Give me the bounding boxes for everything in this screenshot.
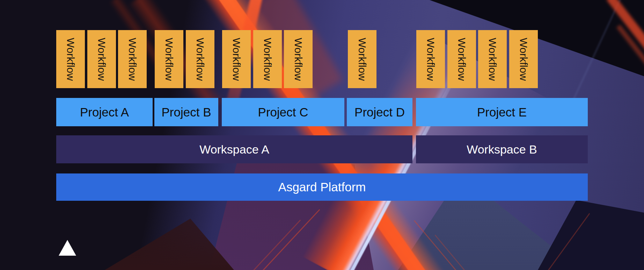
workspace-box-workspace-b: Workspace B [416, 135, 588, 163]
bg-thin-red-line [434, 235, 487, 270]
logo-triangle-icon [59, 240, 76, 256]
bg-thin-red-line [250, 209, 320, 270]
workspace-box-label: Workspace B [467, 143, 537, 156]
project-box-project-e: Project E [416, 98, 588, 126]
project-box-project-d: Project D [347, 98, 412, 126]
workflow-box: Workflow [253, 30, 282, 88]
workflow-box: Workflow [222, 30, 251, 88]
platform-label: Asgard Platform [278, 180, 366, 194]
workflow-box: Workflow [416, 30, 445, 88]
bg-thin-red-line [231, 220, 301, 270]
bg-thin-red-line [546, 213, 590, 270]
bg-corner-streak [606, 0, 644, 55]
workspace-box-label: Workspace A [199, 143, 269, 156]
workflow-box: Workflow [118, 30, 147, 88]
bg-thin-red-line [414, 220, 473, 270]
workflow-box: Workflow [348, 30, 376, 88]
workflow-box: Workflow [87, 30, 116, 88]
bg-corner-streak [616, 24, 644, 91]
project-box-label: Project E [477, 105, 527, 119]
slide-canvas: WorkflowWorkflowWorkflowWorkflowWorkflow… [0, 0, 644, 270]
workflow-box: Workflow [478, 30, 507, 88]
workflow-box: Workflow [284, 30, 313, 88]
project-box-label: Project B [162, 105, 211, 119]
project-box-project-c: Project C [222, 98, 344, 126]
project-box-label: Project D [354, 105, 405, 119]
bg-faint-diagonal [566, 0, 623, 113]
project-box-project-a: Project A [56, 98, 153, 126]
platform-bar: Asgard Platform [56, 173, 588, 201]
project-box-project-b: Project B [154, 98, 218, 126]
workflow-box: Workflow [509, 30, 538, 88]
project-box-label: Project A [80, 105, 129, 119]
workflow-box: Workflow [186, 30, 214, 88]
workspace-box-workspace-a: Workspace A [56, 135, 412, 163]
project-box-label: Project C [258, 105, 308, 119]
workflow-box: Workflow [56, 30, 85, 88]
workflow-box: Workflow [447, 30, 476, 88]
workflow-box: Workflow [155, 30, 183, 88]
